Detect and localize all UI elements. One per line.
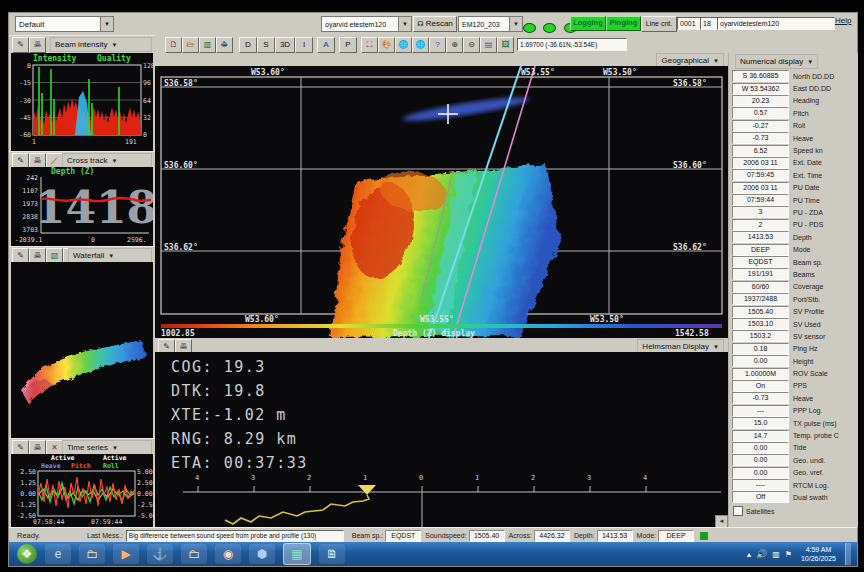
ruler-tick-label: 3 (587, 474, 591, 482)
grid-icon[interactable]: ⛶ (361, 37, 378, 53)
tray-flag-icon[interactable]: ⚑ (785, 550, 792, 559)
scale-position-field[interactable]: 1.69700 (-36.61N,-53.54E) (517, 38, 627, 51)
save-icon[interactable]: ▥ (199, 37, 216, 53)
settings-profile-combo[interactable]: Default ▼ (15, 16, 114, 32)
waterfall-3d-view[interactable] (11, 262, 153, 438)
show-desktop-button[interactable] (845, 543, 851, 565)
taskbar-clock[interactable]: 4:59 AM 10/26/2025 (797, 545, 840, 563)
layers-icon[interactable]: ▤ (480, 37, 497, 53)
numerical-label: Heading (793, 97, 819, 104)
depth-xtick: 2596. (127, 236, 147, 244)
view-button-d[interactable]: D (239, 37, 257, 53)
chevron-down-icon: ▼ (713, 58, 719, 64)
rescan-button[interactable]: ☊ Rescan (413, 16, 457, 32)
beam-intensity-chart[interactable]: Intensity Quality 0 (11, 53, 153, 151)
chevron-down-icon: ▼ (807, 59, 813, 65)
numerical-label: Tide (793, 444, 806, 451)
ts-ytick-right: 0.00 (137, 490, 153, 498)
beam-ytick: -45 (13, 114, 31, 122)
new-survey-icon[interactable]: 🗋 (165, 37, 182, 53)
numerical-label: PU - ZDA (793, 209, 823, 216)
view-button-i[interactable]: I (295, 37, 313, 53)
taskbar-internet-explorer-icon[interactable]: e (45, 544, 71, 564)
numerical-value: 07:59:45 (732, 169, 789, 181)
survey-combo[interactable]: oyarvid etestem120 ▼ (321, 16, 412, 32)
logging-button[interactable]: Logging (570, 16, 606, 31)
numerical-row: 1505.40SV Profile (729, 305, 858, 317)
ruler-tick-labels: 432101234 (155, 352, 728, 528)
beam-display-combo[interactable]: Beam intensity▼ (50, 37, 152, 52)
image-icon[interactable]: 🖼 (497, 37, 514, 53)
planning-button[interactable]: P (339, 37, 357, 53)
numerical-label: Roll (793, 122, 805, 129)
numerical-label: Height (793, 358, 813, 365)
palette-icon[interactable]: 🎨 (378, 37, 395, 53)
zoom-in-icon[interactable]: ⊕ (446, 37, 463, 53)
numerical-row: 1937/2488Port/Stb. (729, 293, 858, 305)
help-icon[interactable]: ? (429, 37, 446, 53)
taskbar-start-orb-icon[interactable]: ❖ (17, 544, 37, 564)
map-graphics (155, 66, 728, 338)
taskbar-survey-app-icon[interactable]: ⚓ (147, 544, 173, 564)
view-button-3d[interactable]: 3D (275, 37, 295, 53)
numerical-row: 20.23Heading (729, 95, 858, 107)
volume-icon[interactable]: 🔊 (756, 549, 767, 559)
tray-network-icon[interactable]: ▥ (772, 550, 780, 559)
waterfall-display-combo[interactable]: Waterfall▼ (68, 248, 152, 263)
globe-alt-icon[interactable]: 🌐 (412, 37, 429, 53)
snapshot-icon[interactable]: 🖶 (29, 37, 46, 53)
open-survey-icon[interactable]: 🗁 (182, 37, 199, 53)
numerical-display-combo[interactable]: Numerical display▼ (735, 54, 818, 69)
status-field-value: 4426.32 (534, 530, 570, 542)
taskbar-chrome-icon[interactable]: ◉ (215, 544, 241, 564)
taskbar-media-player-icon[interactable]: ▶ (113, 544, 139, 564)
depth-z-chart[interactable]: Depth (Z) 1418 242 1107 1973 2838 3703 -… (11, 167, 153, 246)
numerical-label: East DD.DD (793, 85, 831, 92)
satellites-checkbox[interactable] (733, 506, 743, 516)
numerical-label: Beams (793, 271, 815, 278)
clock-date: 10/26/2025 (801, 554, 836, 563)
ship-icon[interactable]: ⛴ (216, 37, 233, 53)
tray-expand-icon[interactable]: ▴ (747, 550, 751, 559)
helmsman-canvas[interactable]: COG: 19.3DTK: 19.8XTE:-1.02 mRNG: 8.29 k… (155, 352, 728, 528)
numerical-display-panel: Numerical display▼ S 36.60885North DD.DD… (728, 53, 858, 527)
pinging-button[interactable]: Pinging (606, 16, 641, 31)
status-field-label: Soundspeed: (425, 532, 466, 539)
numerical-label: Port/Stb. (793, 296, 820, 303)
taskbar-sis-active-icon[interactable]: ▦ (283, 543, 311, 565)
numerical-row: -0.73Heave (729, 392, 858, 404)
numerical-value: 0.00 (732, 442, 789, 454)
numerical-row: 0.57Pitch (729, 107, 858, 119)
crosstrack-display-combo[interactable]: Cross track▼ (62, 153, 152, 168)
numerical-value: 1.00000M (732, 368, 789, 380)
chevron-down-icon[interactable]: ▼ (100, 17, 113, 31)
chevron-down-icon[interactable]: ▼ (398, 17, 411, 31)
taskbar-network-tool-icon[interactable]: ⬢ (249, 544, 275, 564)
status-field: Mode:DEEP (637, 530, 694, 542)
depth-ytick: 1973 (13, 200, 38, 208)
globe-icon[interactable]: 🌐 (395, 37, 412, 53)
status-field-label: Depth: (574, 532, 595, 539)
map-lat-label-right: S36.58° (673, 79, 707, 88)
help-menu[interactable]: Help (835, 16, 851, 25)
timeseries-display-combo[interactable]: Time series▼ (62, 440, 152, 455)
taskbar-file-explorer-icon[interactable]: 🗀 (79, 544, 105, 564)
sounder-combo[interactable]: EM120_203 ▼ (458, 16, 523, 32)
line-count-button[interactable]: Line cnt. (641, 16, 677, 32)
view-button-s[interactable]: S (257, 37, 275, 53)
timeseries-chart[interactable]: Active Active Heave Pitch Roll 2.50 1.25… (11, 454, 153, 527)
annotate-button[interactable]: A (317, 37, 335, 53)
taskbar-folder-icon[interactable]: 🗀 (181, 544, 207, 564)
chevron-down-icon[interactable]: ▼ (509, 17, 522, 31)
taskbar-document-icon[interactable]: 🗎 (319, 544, 345, 564)
numerical-label: Heave (793, 135, 813, 142)
numerical-label: North DD.DD (793, 73, 834, 80)
survey-name-field[interactable]: oyarvidetestem120 (717, 17, 835, 30)
status-field-value: 1413.53 (597, 530, 633, 542)
beam-chart-plot (11, 53, 153, 151)
numerical-value: 14.7 (732, 430, 789, 442)
chart-config-icon[interactable]: ✎ (12, 37, 29, 53)
zoom-out-icon[interactable]: ⊖ (463, 37, 480, 53)
map-canvas[interactable]: W53.60° W53.55° W53.50° S36.58° S36.60° … (155, 66, 728, 338)
ruler-tick-label: 1 (475, 474, 479, 482)
